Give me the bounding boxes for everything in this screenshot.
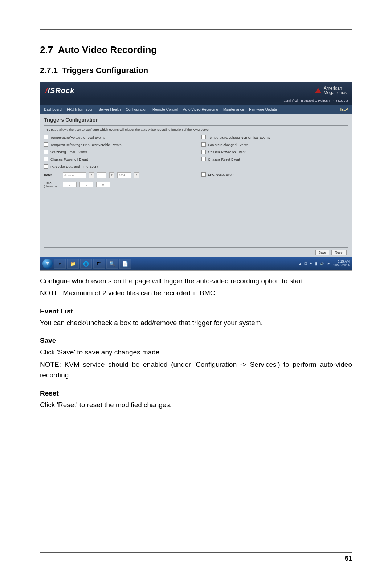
chk-lpc-reset[interactable]: LPC Reset Event [201,172,348,177]
taskbar-app-icon[interactable]: 🗔 [93,259,105,269]
nav-fru[interactable]: FRU Information [67,108,93,111]
chk-label: Temperature/Voltage Non Critical Events [208,135,270,139]
checkbox-icon[interactable] [44,157,48,161]
nav-configuration[interactable]: Configuration [126,108,147,111]
ss-nav: Dashboard FRU Information Server Health … [40,105,352,114]
taskbar-app-icon[interactable]: 🌐 [80,259,92,269]
intro-paragraph: Configure which events on the page will … [40,276,352,286]
time-h-input[interactable]: 0 [63,182,77,187]
nav-help[interactable]: HELP [339,108,348,111]
bottom-rule [40,552,352,553]
chk-label: LPC Reset Event [208,173,234,177]
time-m-input[interactable]: 0 [79,182,93,187]
spin-icon[interactable]: ▾ [109,172,114,178]
time-row: Time: (hh:mm:ss) 0 0 0 [44,182,191,187]
tray-icons[interactable]: ▲ ☐ ⚑ ❚ 🔊 🕪 [299,262,330,265]
checkbox-icon[interactable] [201,150,206,154]
chk-power-on[interactable]: Chassis Power on Event [201,150,348,154]
ss-col-left: Temperature/Voltage Critical Events Temp… [44,135,191,187]
taskbar-explorer-icon[interactable]: 📁 [67,259,79,269]
checkbox-icon[interactable] [44,164,48,169]
checkbox-icon[interactable] [44,142,48,147]
taskbar-app-icon[interactable]: 🔍 [106,259,118,269]
chk-fan[interactable]: Fan state changed Events [201,142,348,147]
chk-chassis-reset[interactable]: Chassis Reset Event [201,157,348,161]
chk-label: Temperature/Voltage Non Recoverable Even… [50,143,121,147]
spin-icon[interactable]: ▾ [134,172,139,178]
section-heading: 2.7 Auto Video Recording [40,44,352,56]
nav-dashboard[interactable]: Dashboard [44,108,62,111]
checkbox-icon[interactable] [44,135,48,139]
top-rule [40,29,352,30]
reset-heading: Reset [40,389,352,397]
date-row: Date: January ▾ 1 ▾ 2014 ▾ [44,172,191,178]
nav-auto-video[interactable]: Auto Video Recording [183,108,218,111]
reset-paragraph: Click 'Reset' to reset the modified chan… [40,400,352,410]
start-orb-icon[interactable]: ⊞ [42,259,53,269]
time-hint: (hh:mm:ss) [44,185,60,187]
embedded-screenshot: /ISRock American Megatrends admin(Admini… [40,82,352,271]
chk-date-time[interactable]: Particular Date and Time Event [44,164,191,169]
ss-page-title: Triggers Configuration [44,117,348,123]
chk-watchdog[interactable]: Watchdog Timer Events [44,150,191,154]
ss-spacer [44,187,348,247]
checkbox-icon[interactable] [201,157,206,161]
section-title: Auto Video Recording [58,44,157,55]
page-footer: 51 [40,552,352,563]
ss-columns: Temperature/Voltage Critical Events Temp… [44,135,348,187]
ss-desc: This page allows the user to configure w… [44,128,348,131]
ss-reset-button[interactable]: Reset [331,250,347,255]
chk-temp-crit[interactable]: Temperature/Voltage Critical Events [44,135,191,139]
checkbox-icon[interactable] [201,172,206,177]
checkbox-icon[interactable] [201,142,206,147]
nav-remote-control[interactable]: Remote Control [152,108,178,111]
event-list-paragraph: You can check/uncheck a box to add/remov… [40,317,352,328]
checkbox-icon[interactable] [44,150,48,154]
time-label: Time: [44,182,60,185]
ami-icon [315,88,322,93]
taskbar-app-icon[interactable]: 📄 [119,259,131,269]
taskbar-ie-icon[interactable]: e [54,259,66,269]
time-s-input[interactable]: 0 [96,182,110,187]
ss-col-right: Temperature/Voltage Non Critical Events … [201,135,348,187]
checkbox-icon[interactable] [201,135,206,139]
chk-label: Watchdog Timer Events [50,150,87,154]
save-paragraph-1: Click 'Save' to save any changes made. [40,347,352,357]
section-number: 2.7 [40,44,53,55]
ami-logo: American Megatrends [315,86,347,95]
ami-line2: Megatrends [324,90,347,95]
ss-header: /ISRock American Megatrends [40,82,352,99]
chk-label: Chassis Power off Event [50,157,88,161]
chk-temp-noncrit[interactable]: Temperature/Voltage Non Critical Events [201,135,348,139]
chk-label: Temperature/Voltage Critical Events [50,135,105,139]
nav-server-health[interactable]: Server Health [98,108,121,111]
date-year-input[interactable]: 2014 [117,172,131,178]
subsection-heading: 2.7.1 Triggers Configuration [40,66,352,75]
save-paragraph-2: NOTE: KVM service should be enabled (und… [40,359,352,381]
ss-save-button[interactable]: Save [315,250,330,255]
ss-body: Triggers Configuration This page allows … [40,114,352,257]
chk-label: Fan state changed Events [208,143,248,147]
brand-logo: /ISRock [45,86,74,95]
page-number: 51 [40,555,352,563]
ss-rule [44,125,348,126]
intro-note: NOTE: Maximum of 2 video files can be re… [40,288,352,298]
date-day-input[interactable]: 1 [97,172,106,178]
chk-power-off[interactable]: Chassis Power off Event [44,157,191,161]
taskbar: ⊞ e 📁 🌐 🗔 🔍 📄 ▲ ☐ ⚑ ❚ 🔊 🕪 3:15 AM 10/23/… [40,257,352,270]
nav-maintenance[interactable]: Maintenance [223,108,244,111]
chk-label: Particular Date and Time Event [50,165,98,169]
subsection-title: Triggers Configuration [62,66,148,75]
subsection-number: 2.7.1 [40,66,58,75]
nav-firmware[interactable]: Firmware Update [249,108,277,111]
clock-date: 10/23/2014 [333,264,350,267]
ss-button-bar: Save Reset [44,247,348,257]
chk-temp-nonrec[interactable]: Temperature/Voltage Non Recoverable Even… [44,142,191,147]
ss-subheader: admin(Administrator) C Refresh Print Log… [40,99,352,105]
taskbar-tray[interactable]: ▲ ☐ ⚑ ❚ 🔊 🕪 3:15 AM 10/23/2014 [299,260,350,267]
date-month-select[interactable]: January [63,172,86,178]
chk-label: Chassis Reset Event [208,157,240,161]
spin-icon[interactable]: ▾ [89,172,94,178]
spacer [201,164,348,169]
event-list-heading: Event List [40,307,352,315]
